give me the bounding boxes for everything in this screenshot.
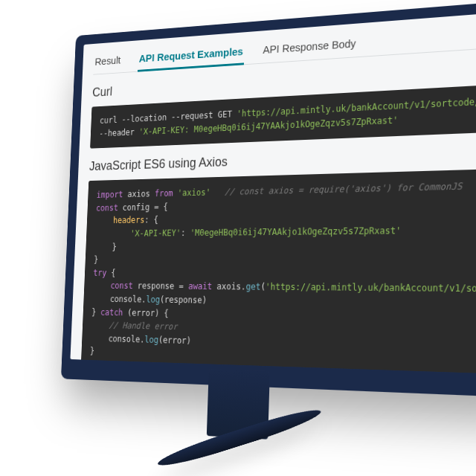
tab-api-request-examples[interactable]: API Request Examples (138, 41, 245, 71)
tab-api-response-body[interactable]: API Response Body (261, 32, 358, 62)
screen: Result API Request Examples API Response… (70, 10, 476, 376)
monitor-frame: Result API Request Examples API Response… (61, 0, 476, 399)
tab-result[interactable]: Result (93, 50, 122, 74)
